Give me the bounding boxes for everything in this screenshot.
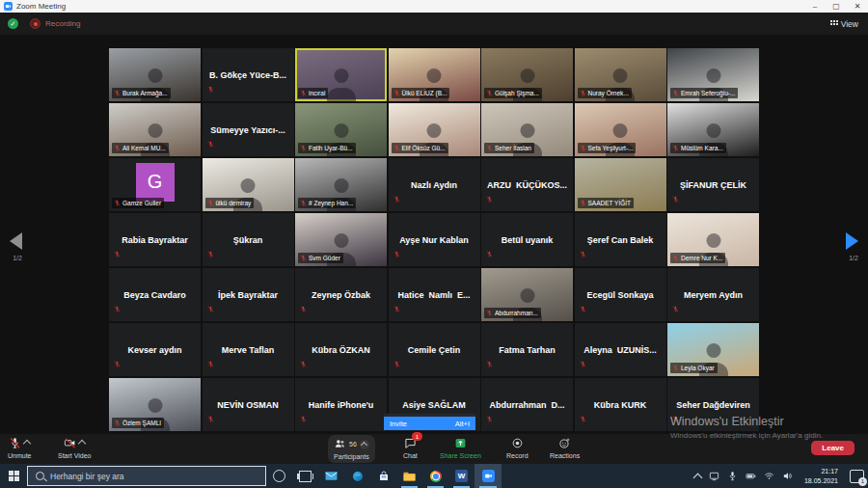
muted-mic-icon — [393, 355, 400, 372]
participant-tile[interactable]: Müslüm Kara... Müslüm Kara... — [667, 103, 759, 156]
chevron-up-icon[interactable] — [23, 439, 31, 447]
participant-tile[interactable]: Kübra ÖZKAN Kübra ÖZKAN — [295, 323, 387, 376]
taskbar-search-input[interactable]: Herhangi bir şey ara — [27, 466, 266, 486]
chat-button[interactable]: 1 Chat — [403, 436, 418, 459]
action-center-icon[interactable]: 1 — [850, 470, 864, 483]
participant-tile[interactable]: Seher İlaslan Seher İlaslan — [481, 103, 573, 156]
participant-tile[interactable]: Burak Armağa... Burak Armağa... — [109, 48, 201, 101]
close-button[interactable]: ✕ — [847, 0, 868, 13]
participant-tile[interactable]: Svm Güder Svm Güder — [295, 213, 387, 266]
task-view-button[interactable] — [292, 464, 318, 488]
store-button[interactable] — [370, 464, 396, 488]
cortana-icon — [273, 470, 285, 482]
window-title: Zoom Meeting — [16, 2, 66, 11]
participant-tile[interactable]: Gülşah Şişma... Gülşah Şişma... — [481, 48, 573, 101]
participant-tile[interactable]: Şeref Can Balek Şeref Can Balek — [575, 213, 666, 266]
participants-button[interactable]: 56 Participants — [328, 435, 375, 463]
muted-mic-icon — [207, 80, 214, 97]
participant-tile[interactable]: # Zeynep Han... # Zeynep Han... — [295, 158, 387, 211]
participant-tile[interactable]: Emrah Seferoğlu-... Emrah Seferoğlu-... — [667, 48, 759, 101]
view-button[interactable]: View — [830, 19, 858, 29]
teams-icon[interactable] — [709, 471, 719, 481]
participant-tile[interactable]: Kübra KURK Kübra KURK — [575, 378, 666, 431]
muted-mic-icon — [300, 300, 307, 317]
participant-tile[interactable]: Nuray Örnek... Nuray Örnek... — [575, 48, 666, 101]
participant-tile[interactable]: Elif Öksüz Gü... Elif Öksüz Gü... — [389, 103, 480, 156]
unmute-button[interactable]: Unmute — [8, 436, 32, 459]
participant-tile[interactable]: ŞİFANUR ÇELİK ŞİFANUR ÇELİK — [667, 158, 759, 211]
participant-tile[interactable]: Zeynep Özbak Zeynep Özbak — [295, 268, 387, 321]
chevron-up-icon[interactable] — [78, 439, 86, 447]
clock[interactable]: 21:17 18.05.2021 — [804, 467, 838, 485]
file-explorer-button[interactable] — [396, 464, 422, 488]
participant-tile[interactable]: Fatma Tarhan Fatma Tarhan — [481, 323, 573, 376]
start-button[interactable] — [0, 464, 27, 488]
participant-tile[interactable]: Nazlı Aydın Nazlı Aydın — [389, 158, 480, 211]
participant-tile[interactable]: ARZU KÜÇÜKOS... ARZU KÜÇÜKOS... — [481, 158, 573, 211]
participant-tile[interactable]: Hatice Namlı E... Hatice Namlı E... — [389, 268, 480, 321]
cortana-button[interactable] — [266, 464, 292, 488]
leave-button[interactable]: Leave — [811, 441, 854, 455]
participant-tile[interactable]: B. Gökçe Yüce-B... B. Gökçe Yüce-B... — [203, 48, 294, 101]
zoom-taskbar-button[interactable] — [475, 464, 502, 488]
wifi-icon[interactable] — [764, 471, 774, 481]
participant-name: Seher İlaslan — [495, 145, 531, 151]
participant-tile[interactable]: Şükran Şükran — [203, 213, 294, 266]
participant-tile[interactable]: Seher Dağdeviren Seher Dağdeviren — [667, 378, 759, 431]
participant-tile[interactable]: Betül uyanık Betül uyanık — [481, 213, 573, 266]
record-button[interactable]: Record — [506, 436, 529, 459]
muted-mic-icon — [114, 144, 121, 152]
participant-tile[interactable]: Sefa Yeşilyurt-... Sefa Yeşilyurt-... — [575, 103, 666, 156]
next-page-button[interactable] — [846, 232, 858, 250]
participant-label: Emrah Seferoğlu-... — [670, 88, 738, 98]
participant-tile[interactable]: Demre Nur K... Demre Nur K... — [667, 213, 759, 266]
minimize-button[interactable]: – — [804, 0, 826, 13]
search-icon — [36, 472, 44, 480]
participant-tile[interactable]: Sümeyye Yazıcı-... Sümeyye Yazıcı-... — [203, 103, 294, 156]
meeting-info-shield-icon[interactable]: ✓ — [8, 18, 18, 29]
participant-tile[interactable]: Ecegül Sonkaya Ecegül Sonkaya — [575, 268, 666, 321]
hidden-icons-chevron[interactable] — [693, 473, 703, 482]
participant-name: B. Gökçe Yüce-B... — [203, 48, 294, 101]
edge-button[interactable] — [344, 464, 370, 488]
start-video-button[interactable]: Start Video — [58, 436, 92, 459]
participant-tile[interactable]: Kevser aydın Kevser aydın — [109, 323, 201, 376]
participant-tile[interactable]: Merve Taflan Merve Taflan — [203, 323, 294, 376]
participant-tile[interactable]: SAADET YİĞİT SAADET YİĞİT — [575, 158, 666, 211]
participant-tile[interactable]: Abdurrahman D... Abdurrahman D... — [481, 378, 573, 431]
participant-tile[interactable]: ülkü demiray ülkü demiray — [203, 158, 294, 211]
participants-menu-toggle[interactable] — [360, 440, 369, 449]
participant-tile[interactable]: Ülkü ELİUZ (B... Ülkü ELİUZ (B... — [389, 48, 480, 101]
reactions-button[interactable]: Reactions — [550, 436, 580, 459]
participant-tile[interactable]: Meryem Aydın Meryem Aydın — [667, 268, 759, 321]
previous-page-button[interactable] — [10, 232, 22, 250]
muted-mic-icon — [114, 199, 121, 207]
participant-tile[interactable]: Hanife iPhone'u Hanife iPhone'u — [295, 378, 387, 431]
participant-tile[interactable]: Abdurrahman... Abdurrahman... — [481, 268, 573, 321]
muted-mic-icon — [114, 89, 121, 97]
participant-tile[interactable]: Ayşe Nur Kablan Ayşe Nur Kablan — [389, 213, 480, 266]
participant-tile[interactable]: Cemile Çetin Cemile Çetin — [389, 323, 480, 376]
maximize-button[interactable]: ▢ — [826, 0, 847, 13]
participant-tile[interactable]: Leyla Okyar Leyla Okyar — [667, 323, 759, 376]
mail-button[interactable] — [318, 464, 344, 488]
participant-tile[interactable]: Fatih Uyar-Bü... Fatih Uyar-Bü... — [295, 103, 387, 156]
participant-tile[interactable]: İpek Bayraktar İpek Bayraktar — [203, 268, 294, 321]
participant-tile[interactable]: Ali Kemal MU... Ali Kemal MU... — [109, 103, 201, 156]
share-screen-button[interactable]: Share Screen — [440, 436, 481, 459]
participant-tile[interactable]: incıral incıral — [295, 48, 387, 101]
participants-icon — [334, 438, 346, 450]
participant-name: Leyla Okyar — [681, 365, 715, 371]
participant-tile[interactable]: NEVİN OSMAN NEVİN OSMAN — [203, 378, 294, 431]
volume-icon[interactable] — [782, 471, 793, 481]
participant-tile[interactable]: Beyza Cavdaro Beyza Cavdaro — [109, 268, 201, 321]
participant-tile[interactable]: G Gamze Guller Gamze Guller — [109, 158, 201, 211]
word-button[interactable]: W — [448, 464, 475, 488]
participant-tile[interactable]: Aleyna UZUNİS... Aleyna UZUNİS... — [575, 323, 666, 376]
participant-tile[interactable]: Rabia Bayraktar Rabia Bayraktar — [109, 213, 201, 266]
participant-tile[interactable]: Özlem ŞAMLI Özlem ŞAMLI — [109, 378, 201, 431]
chrome-button[interactable] — [422, 464, 448, 488]
tray-mic-icon[interactable] — [727, 471, 738, 481]
invite-menu-item[interactable]: Invite Alt+I — [384, 417, 475, 430]
battery-icon[interactable] — [746, 471, 756, 481]
